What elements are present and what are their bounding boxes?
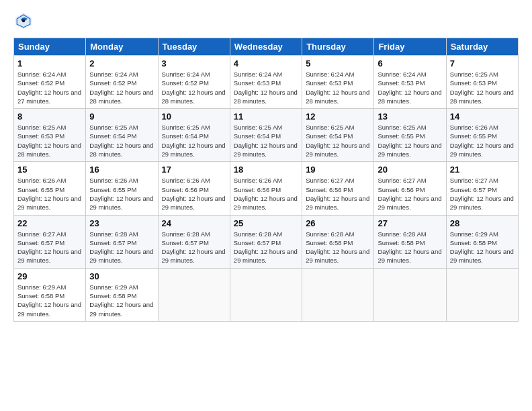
calendar-cell: 9Sunrise: 6:25 AM Sunset: 6:54 PM Daylig…	[86, 109, 158, 162]
day-number: 21	[450, 165, 515, 175]
calendar-week-5: 29Sunrise: 6:29 AM Sunset: 6:58 PM Dayli…	[14, 268, 519, 321]
calendar-week-4: 22Sunrise: 6:27 AM Sunset: 6:57 PM Dayli…	[14, 215, 519, 268]
calendar-cell: 12Sunrise: 6:25 AM Sunset: 6:54 PM Dayli…	[302, 109, 374, 162]
calendar-cell	[158, 268, 230, 321]
calendar-cell	[302, 268, 374, 321]
day-number: 26	[306, 218, 370, 228]
day-info: Sunrise: 6:24 AM Sunset: 6:52 PM Dayligh…	[17, 70, 82, 105]
calendar-week-3: 15Sunrise: 6:26 AM Sunset: 6:55 PM Dayli…	[14, 162, 519, 215]
calendar-cell: 8Sunrise: 6:25 AM Sunset: 6:53 PM Daylig…	[14, 109, 86, 162]
header	[13, 11, 519, 31]
day-info: Sunrise: 6:27 AM Sunset: 6:57 PM Dayligh…	[450, 176, 515, 212]
calendar-cell: 22Sunrise: 6:27 AM Sunset: 6:57 PM Dayli…	[14, 215, 86, 268]
calendar-cell: 21Sunrise: 6:27 AM Sunset: 6:57 PM Dayli…	[446, 162, 518, 215]
calendar-cell: 24Sunrise: 6:28 AM Sunset: 6:57 PM Dayli…	[158, 215, 230, 268]
day-info: Sunrise: 6:24 AM Sunset: 6:53 PM Dayligh…	[378, 70, 442, 105]
calendar-cell: 3Sunrise: 6:24 AM Sunset: 6:52 PM Daylig…	[158, 56, 230, 109]
calendar-cell: 15Sunrise: 6:26 AM Sunset: 6:55 PM Dayli…	[14, 162, 86, 215]
day-info: Sunrise: 6:26 AM Sunset: 6:55 PM Dayligh…	[89, 176, 154, 212]
day-number: 4	[234, 58, 298, 68]
weekday-header-monday: Monday	[86, 38, 158, 56]
page: SundayMondayTuesdayWednesdayThursdayFrid…	[0, 0, 532, 411]
day-number: 19	[306, 165, 370, 175]
calendar-cell: 29Sunrise: 6:29 AM Sunset: 6:58 PM Dayli…	[14, 268, 86, 321]
day-info: Sunrise: 6:27 AM Sunset: 6:56 PM Dayligh…	[378, 176, 442, 212]
weekday-row: SundayMondayTuesdayWednesdayThursdayFrid…	[14, 38, 519, 56]
calendar-cell: 11Sunrise: 6:25 AM Sunset: 6:54 PM Dayli…	[230, 109, 302, 162]
day-info: Sunrise: 6:26 AM Sunset: 6:55 PM Dayligh…	[17, 176, 82, 212]
day-number: 5	[306, 58, 370, 68]
calendar-cell	[374, 268, 446, 321]
calendar-cell: 17Sunrise: 6:26 AM Sunset: 6:56 PM Dayli…	[158, 162, 230, 215]
day-info: Sunrise: 6:27 AM Sunset: 6:56 PM Dayligh…	[306, 176, 370, 212]
day-info: Sunrise: 6:29 AM Sunset: 6:58 PM Dayligh…	[450, 230, 515, 265]
day-number: 18	[234, 165, 298, 175]
calendar-cell: 30Sunrise: 6:29 AM Sunset: 6:58 PM Dayli…	[86, 268, 158, 321]
calendar-cell: 10Sunrise: 6:25 AM Sunset: 6:54 PM Dayli…	[158, 109, 230, 162]
day-number: 20	[378, 165, 442, 175]
calendar-cell: 6Sunrise: 6:24 AM Sunset: 6:53 PM Daylig…	[374, 56, 446, 109]
calendar-cell: 27Sunrise: 6:28 AM Sunset: 6:58 PM Dayli…	[374, 215, 446, 268]
logo-icon	[13, 11, 34, 31]
calendar-cell: 23Sunrise: 6:28 AM Sunset: 6:57 PM Dayli…	[86, 215, 158, 268]
calendar-cell: 5Sunrise: 6:24 AM Sunset: 6:53 PM Daylig…	[302, 56, 374, 109]
calendar-cell: 13Sunrise: 6:25 AM Sunset: 6:55 PM Dayli…	[374, 109, 446, 162]
calendar-cell: 28Sunrise: 6:29 AM Sunset: 6:58 PM Dayli…	[446, 215, 518, 268]
calendar-cell: 14Sunrise: 6:26 AM Sunset: 6:55 PM Dayli…	[446, 109, 518, 162]
svg-point-2	[22, 19, 26, 23]
day-info: Sunrise: 6:24 AM Sunset: 6:53 PM Dayligh…	[306, 70, 370, 105]
day-info: Sunrise: 6:28 AM Sunset: 6:57 PM Dayligh…	[234, 230, 298, 265]
day-number: 1	[17, 58, 82, 68]
logo	[13, 11, 36, 31]
calendar-cell: 1Sunrise: 6:24 AM Sunset: 6:52 PM Daylig…	[14, 56, 86, 109]
calendar-week-2: 8Sunrise: 6:25 AM Sunset: 6:53 PM Daylig…	[14, 109, 519, 162]
day-info: Sunrise: 6:26 AM Sunset: 6:56 PM Dayligh…	[234, 176, 298, 212]
day-info: Sunrise: 6:25 AM Sunset: 6:55 PM Dayligh…	[378, 123, 442, 158]
day-info: Sunrise: 6:29 AM Sunset: 6:58 PM Dayligh…	[89, 283, 154, 318]
day-info: Sunrise: 6:26 AM Sunset: 6:55 PM Dayligh…	[450, 123, 515, 158]
day-number: 3	[162, 58, 226, 68]
day-info: Sunrise: 6:25 AM Sunset: 6:54 PM Dayligh…	[306, 123, 370, 158]
day-info: Sunrise: 6:25 AM Sunset: 6:53 PM Dayligh…	[17, 123, 82, 158]
day-number: 10	[162, 111, 226, 122]
calendar-header: SundayMondayTuesdayWednesdayThursdayFrid…	[14, 38, 519, 56]
day-number: 23	[89, 218, 154, 228]
calendar-cell: 26Sunrise: 6:28 AM Sunset: 6:58 PM Dayli…	[302, 215, 374, 268]
day-number: 7	[450, 58, 515, 68]
calendar-cell	[446, 268, 518, 321]
weekday-header-saturday: Saturday	[446, 38, 518, 56]
calendar-body: 1Sunrise: 6:24 AM Sunset: 6:52 PM Daylig…	[14, 56, 519, 322]
day-number: 15	[17, 165, 82, 175]
day-info: Sunrise: 6:25 AM Sunset: 6:54 PM Dayligh…	[234, 123, 298, 158]
day-info: Sunrise: 6:28 AM Sunset: 6:58 PM Dayligh…	[378, 230, 442, 265]
calendar-cell: 2Sunrise: 6:24 AM Sunset: 6:52 PM Daylig…	[86, 56, 158, 109]
calendar-cell: 25Sunrise: 6:28 AM Sunset: 6:57 PM Dayli…	[230, 215, 302, 268]
weekday-header-tuesday: Tuesday	[158, 38, 230, 56]
day-number: 8	[17, 111, 82, 122]
day-info: Sunrise: 6:24 AM Sunset: 6:52 PM Dayligh…	[162, 70, 226, 105]
day-info: Sunrise: 6:25 AM Sunset: 6:53 PM Dayligh…	[450, 70, 515, 105]
day-number: 17	[162, 165, 226, 175]
day-number: 16	[89, 165, 154, 175]
day-number: 22	[17, 218, 82, 228]
day-info: Sunrise: 6:27 AM Sunset: 6:57 PM Dayligh…	[17, 230, 82, 265]
day-info: Sunrise: 6:29 AM Sunset: 6:58 PM Dayligh…	[17, 283, 82, 318]
day-info: Sunrise: 6:26 AM Sunset: 6:56 PM Dayligh…	[162, 176, 226, 212]
calendar-cell: 7Sunrise: 6:25 AM Sunset: 6:53 PM Daylig…	[446, 56, 518, 109]
day-number: 28	[450, 218, 515, 228]
day-number: 14	[450, 111, 515, 122]
day-info: Sunrise: 6:28 AM Sunset: 6:57 PM Dayligh…	[162, 230, 226, 265]
day-info: Sunrise: 6:28 AM Sunset: 6:57 PM Dayligh…	[89, 230, 154, 265]
day-number: 12	[306, 111, 370, 122]
day-info: Sunrise: 6:24 AM Sunset: 6:52 PM Dayligh…	[89, 70, 154, 105]
weekday-header-thursday: Thursday	[302, 38, 374, 56]
weekday-header-wednesday: Wednesday	[230, 38, 302, 56]
day-info: Sunrise: 6:28 AM Sunset: 6:58 PM Dayligh…	[306, 230, 370, 265]
weekday-header-friday: Friday	[374, 38, 446, 56]
day-number: 2	[89, 58, 154, 68]
day-number: 29	[17, 271, 82, 281]
day-info: Sunrise: 6:25 AM Sunset: 6:54 PM Dayligh…	[89, 123, 154, 158]
day-info: Sunrise: 6:24 AM Sunset: 6:53 PM Dayligh…	[234, 70, 298, 105]
day-info: Sunrise: 6:25 AM Sunset: 6:54 PM Dayligh…	[162, 123, 226, 158]
day-number: 25	[234, 218, 298, 228]
